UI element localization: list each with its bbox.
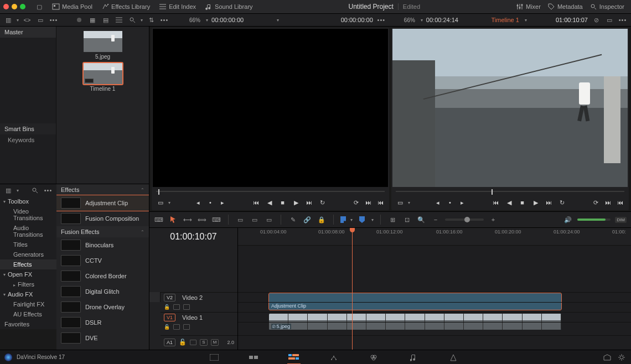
master-bin[interactable]: Master	[0, 27, 56, 38]
inspector-toggle[interactable]: Inspector	[586, 3, 628, 11]
source-viewer-canvas[interactable]	[153, 29, 388, 187]
disable-track-icon[interactable]	[190, 340, 196, 345]
au-effects-category[interactable]: AU Effects	[0, 309, 56, 319]
match-frame-icon[interactable]: ▭	[156, 198, 165, 207]
source-timecode[interactable]: 00:00:00:00	[211, 17, 244, 23]
v1-track-sub[interactable]	[238, 322, 631, 332]
loop-icon[interactable]: ⟳	[351, 198, 360, 207]
insert-icon[interactable]: ▭	[235, 215, 245, 225]
frame-icon[interactable]	[183, 304, 190, 310]
next-frame-icon[interactable]: ⏭	[545, 198, 554, 207]
snap-icon[interactable]: ⊞	[387, 215, 397, 225]
layout-icon[interactable]: ▥	[3, 15, 13, 25]
openfx-category[interactable]: ▾Open FX	[0, 269, 56, 279]
fairlight-page-icon[interactable]	[407, 353, 420, 362]
disable-track-icon[interactable]	[173, 304, 180, 310]
selection-tool-icon[interactable]	[168, 215, 178, 225]
chevron-down-icon[interactable]: ▾	[141, 18, 143, 23]
media-pool-toggle[interactable]: Media Pool	[49, 0, 96, 13]
fusion-effects-section-header[interactable]: Fusion Effects ⌃	[56, 226, 149, 237]
go-end-icon[interactable]: ⏭	[364, 198, 373, 207]
replace-icon[interactable]: ▭	[264, 215, 274, 225]
first-frame-icon[interactable]: ⏮	[252, 198, 261, 207]
v2-track[interactable]: Adjustment Clip	[238, 292, 631, 302]
timeline-selector[interactable]: Timeline 1	[492, 17, 519, 23]
chevron-down-icon[interactable]: ▾	[17, 188, 19, 193]
play-icon[interactable]: ▶	[531, 198, 540, 207]
source-scrub-bar[interactable]	[156, 188, 385, 195]
fusion-composition-effect[interactable]: Fusion Composition	[56, 211, 149, 226]
edit-page-icon[interactable]	[287, 353, 301, 362]
volume-slider[interactable]	[577, 219, 611, 221]
stop-icon[interactable]: ■	[278, 198, 287, 207]
v1-track-header[interactable]: V1 Video 1	[161, 312, 237, 322]
toolbox-category[interactable]: ▾Toolbox	[0, 196, 56, 206]
zoom-slider[interactable]	[445, 219, 484, 221]
play-icon[interactable]: ▶	[292, 198, 301, 207]
more-icon[interactable]: •••	[49, 15, 59, 25]
collapse-icon[interactable]: ⌃	[141, 230, 144, 235]
lock-icon[interactable]: 🔒	[317, 215, 327, 225]
more-icon[interactable]: •••	[376, 15, 386, 25]
blade-tool-icon[interactable]: ⌨	[211, 215, 221, 225]
chevron-down-icon[interactable]: ▾	[17, 18, 19, 23]
clip-item[interactable]: 5.jpeg	[84, 31, 122, 60]
program-timecode[interactable]: 01:00:10:07	[556, 17, 588, 23]
a1-track-header[interactable]: A1 🔓 S M 2.0	[161, 335, 237, 349]
colored-border-effect[interactable]: Colored Border	[56, 268, 149, 284]
playhead[interactable]	[352, 228, 353, 350]
zoom-tool-icon[interactable]: 🔍	[416, 215, 426, 225]
first-frame-icon[interactable]: ⏮	[492, 198, 500, 207]
list-view-icon[interactable]	[114, 15, 124, 25]
sound-library-toggle[interactable]: Sound Library	[201, 0, 256, 13]
effects-category[interactable]: Effects	[0, 259, 56, 269]
source-zoom[interactable]: 66%	[189, 17, 200, 23]
overwrite-icon[interactable]: ▭	[250, 215, 260, 225]
effects-section-header[interactable]: Effects ⌃	[56, 184, 149, 195]
clip-thumbnail[interactable]	[84, 31, 122, 52]
flag-icon[interactable]	[340, 216, 346, 223]
dslr-effect[interactable]: DSLR	[56, 315, 149, 330]
filters-category[interactable]: ▸Filters	[0, 279, 56, 289]
v1-tag[interactable]: V1	[164, 314, 175, 321]
color-page-icon[interactable]	[367, 353, 380, 362]
next-frame-icon[interactable]: ⏭	[305, 198, 314, 207]
clip-item[interactable]: Timeline 1	[84, 63, 122, 92]
razor-icon[interactable]: ✎	[288, 215, 298, 225]
generators-category[interactable]: Generators	[0, 249, 56, 259]
timeline-thumbnail[interactable]	[84, 63, 122, 84]
keyboard-icon[interactable]: ⌨	[154, 215, 164, 225]
dynamic-trim-icon[interactable]: ⟺	[197, 215, 207, 225]
project-manager-icon[interactable]	[602, 352, 612, 362]
go-end-icon[interactable]: ⏭	[603, 198, 612, 207]
v1-track[interactable]: 5.jpeg	[238, 312, 631, 322]
audiofx-category[interactable]: ▾Audio FX	[0, 289, 56, 299]
video-transitions-category[interactable]: Video Transitions	[0, 206, 56, 223]
marker-dot-icon[interactable]: •	[206, 198, 215, 207]
timeline-ruler[interactable]: 01:00:04:00 01:00:08:00 01:00:12:00 01:0…	[238, 228, 631, 246]
solo-button[interactable]: S	[200, 339, 208, 346]
code-icon[interactable]: <>	[22, 15, 32, 25]
v2-tag[interactable]: V2	[164, 294, 175, 301]
smart-bins-header[interactable]: Smart Bins	[0, 123, 56, 134]
digital-glitch-effect[interactable]: Digital Glitch	[56, 284, 149, 299]
mixer-toggle[interactable]: Mixer	[513, 3, 544, 11]
match-frame-icon[interactable]: ▭	[396, 198, 405, 207]
track-index-sel[interactable]	[149, 292, 161, 302]
chevron-down-icon[interactable]: ▾	[206, 18, 208, 23]
thumb-grid-icon[interactable]: ▤	[101, 15, 111, 25]
prev-marker-icon[interactable]: ◂	[194, 198, 203, 207]
go-start-icon[interactable]: ⏮	[376, 198, 385, 207]
zoom-window-icon[interactable]	[20, 4, 25, 9]
dve-effect[interactable]: DVE	[56, 330, 149, 346]
window-controls[interactable]	[3, 4, 25, 9]
chevron-down-icon[interactable]: ▾	[421, 18, 423, 23]
v2-track-sub[interactable]	[238, 302, 631, 312]
panel-icon[interactable]: ▥	[3, 185, 13, 195]
a1-tag[interactable]: A1	[164, 339, 175, 346]
media-page-icon[interactable]	[208, 353, 221, 362]
disable-track-icon[interactable]	[173, 324, 180, 330]
search-icon[interactable]	[127, 15, 137, 25]
more-icon[interactable]: •••	[159, 15, 169, 25]
project-settings-icon[interactable]	[617, 352, 627, 362]
